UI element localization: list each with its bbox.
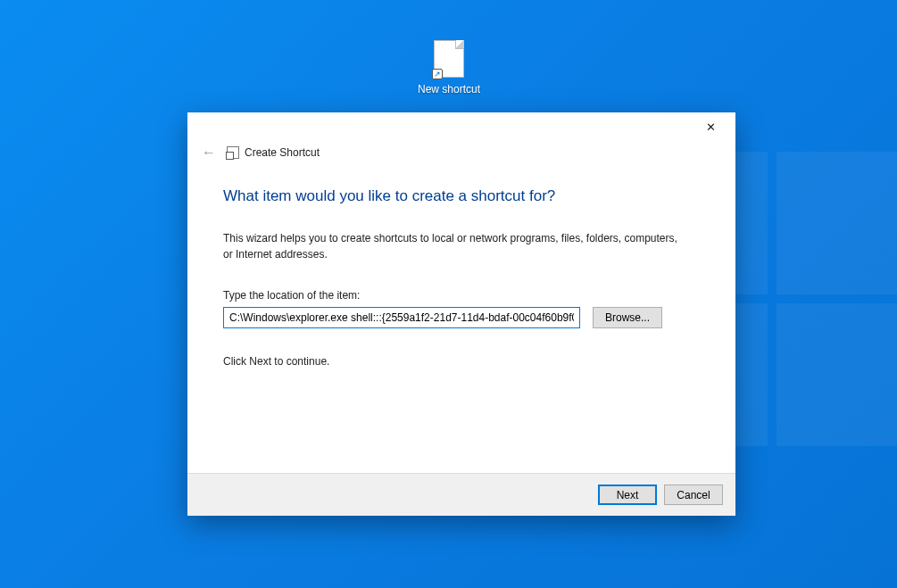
titlebar: ✕ [187, 112, 735, 141]
close-icon: ✕ [706, 120, 716, 134]
wizard-title: Create Shortcut [245, 146, 320, 159]
cancel-button[interactable]: Cancel [664, 484, 723, 505]
next-button[interactable]: Next [598, 484, 657, 505]
back-button[interactable]: ← [198, 142, 220, 163]
browse-button[interactable]: Browse... [593, 307, 662, 328]
wizard-headline: What item would you like to create a sho… [223, 187, 700, 205]
create-shortcut-window: ✕ ← Create Shortcut What item would you … [187, 112, 735, 516]
wizard-footer: Next Cancel [187, 473, 735, 516]
wizard-header: ← Create Shortcut [187, 141, 735, 164]
location-row: Browse... [223, 307, 700, 328]
shortcut-arrow-icon: ↗ [432, 69, 443, 79]
location-input[interactable] [223, 307, 580, 328]
desktop: ↗ New shortcut ✕ ← Create Shortcut What … [0, 0, 897, 588]
close-button[interactable]: ✕ [691, 114, 730, 139]
wizard-intro: This wizard helps you to create shortcut… [223, 230, 687, 262]
desktop-icon-new-shortcut[interactable]: ↗ New shortcut [416, 40, 482, 95]
wizard-body: What item would you like to create a sho… [187, 164, 735, 473]
back-arrow-icon: ← [202, 145, 216, 161]
wizard-hint: Click Next to continue. [223, 355, 700, 368]
location-field-label: Type the location of the item: [223, 289, 700, 302]
desktop-icon-label: New shortcut [416, 83, 482, 95]
file-icon: ↗ [434, 40, 464, 78]
shortcut-icon [227, 146, 239, 159]
